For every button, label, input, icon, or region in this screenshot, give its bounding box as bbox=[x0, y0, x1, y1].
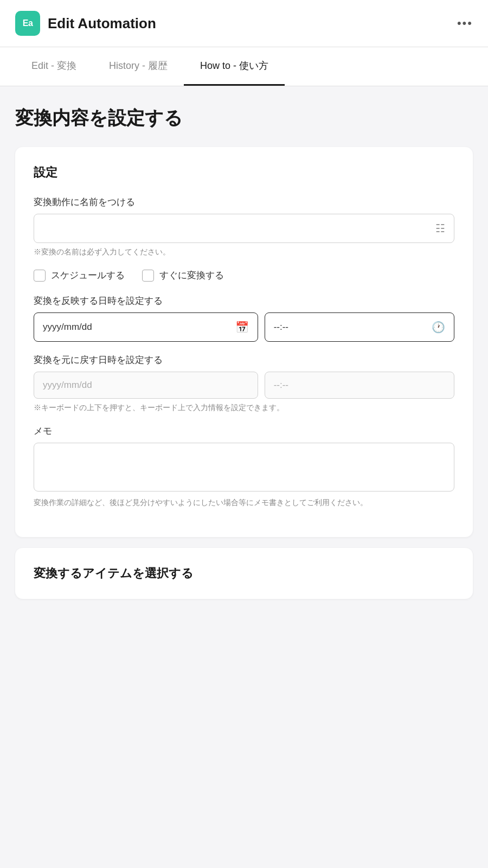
tab-edit[interactable]: Edit - 変換 bbox=[15, 47, 93, 86]
immediate-label: すぐに変換する bbox=[159, 269, 224, 282]
revert-date-input[interactable]: yyyy/mm/dd bbox=[34, 372, 258, 399]
keyboard-hint: ※キーボードの上下を押すと、キーボード上で入力情報を設定できます。 bbox=[34, 403, 454, 413]
schedule-checkbox[interactable] bbox=[34, 270, 46, 282]
name-input-wrapper[interactable]: ☷ bbox=[34, 214, 454, 243]
apply-datetime-row: yyyy/mm/dd 📅 --:-- 🕐 bbox=[34, 312, 454, 342]
app-logo: Ea bbox=[15, 11, 40, 36]
apply-date-input[interactable]: yyyy/mm/dd 📅 bbox=[34, 312, 258, 342]
header-left: Ea Edit Automation bbox=[15, 11, 156, 36]
app-title: Edit Automation bbox=[48, 15, 156, 32]
revert-time-input[interactable]: --:-- bbox=[265, 372, 454, 399]
items-card-title: 変換するアイテムを選択する bbox=[34, 565, 454, 582]
apply-datetime-group: 変換を反映する日時を設定する yyyy/mm/dd 📅 --:-- 🕐 bbox=[34, 295, 454, 342]
name-label: 変換動作に名前をつける bbox=[34, 196, 454, 208]
app-header: Ea Edit Automation ••• bbox=[0, 0, 488, 47]
more-options-icon[interactable]: ••• bbox=[457, 16, 473, 30]
memo-textarea[interactable] bbox=[34, 443, 454, 492]
name-hint: ※変換の名前は必ず入力してください。 bbox=[34, 247, 454, 257]
checkbox-row: スケジュールする すぐに変換する bbox=[34, 269, 454, 282]
revert-datetime-row: yyyy/mm/dd --:-- bbox=[34, 372, 454, 399]
schedule-label: スケジュールする bbox=[51, 269, 125, 282]
list-icon: ☷ bbox=[435, 222, 445, 235]
page-title: 変換内容を設定する bbox=[15, 106, 473, 131]
tab-bar: Edit - 変換 History - 履歴 How to - 使い方 bbox=[0, 47, 488, 86]
schedule-checkbox-item[interactable]: スケジュールする bbox=[34, 269, 125, 282]
page-content: 変換内容を設定する 設定 変換動作に名前をつける ☷ ※変換の名前は必ず入力して… bbox=[0, 86, 488, 629]
memo-label: メモ bbox=[34, 425, 454, 437]
items-card: 変換するアイテムを選択する bbox=[15, 548, 473, 599]
name-form-group: 変換動作に名前をつける ☷ ※変換の名前は必ず入力してください。 bbox=[34, 196, 454, 257]
memo-hint: 変換作業の詳細など、後ほど見分けやすいようにしたい場合等にメモ書きとしてご利用く… bbox=[34, 498, 454, 508]
calendar-icon: 📅 bbox=[235, 321, 249, 334]
tab-history[interactable]: History - 履歴 bbox=[93, 47, 184, 86]
name-input[interactable] bbox=[43, 223, 435, 234]
immediate-checkbox-item[interactable]: すぐに変換する bbox=[142, 269, 224, 282]
revert-datetime-group: 変換を元に戻す日時を設定する yyyy/mm/dd --:-- ※キーボードの上… bbox=[34, 354, 454, 413]
clock-icon: 🕐 bbox=[432, 321, 445, 334]
memo-form-group: メモ 変換作業の詳細など、後ほど見分けやすいようにしたい場合等にメモ書きとしてご… bbox=[34, 425, 454, 508]
tab-howto[interactable]: How to - 使い方 bbox=[184, 47, 285, 86]
settings-card-title: 設定 bbox=[34, 164, 454, 181]
apply-date-label: 変換を反映する日時を設定する bbox=[34, 295, 454, 307]
settings-card: 設定 変換動作に名前をつける ☷ ※変換の名前は必ず入力してください。 スケジュ… bbox=[15, 147, 473, 537]
revert-date-label: 変換を元に戻す日時を設定する bbox=[34, 354, 454, 366]
apply-time-input[interactable]: --:-- 🕐 bbox=[265, 312, 454, 342]
immediate-checkbox[interactable] bbox=[142, 270, 154, 282]
